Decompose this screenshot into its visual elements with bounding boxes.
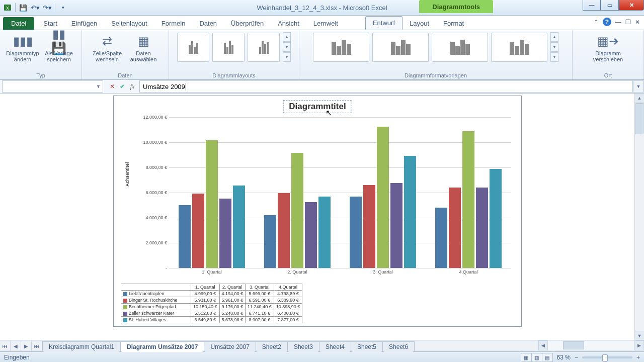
scroll-down-icon[interactable]: ▼ [635, 331, 644, 340]
bar[interactable] [390, 183, 403, 268]
plot-area[interactable]: -2.000,00 €4.000,00 €6.000,00 €8.000,00 … [169, 117, 511, 268]
tab-entwurf[interactable]: Entwurf [365, 16, 403, 30]
bar[interactable] [291, 153, 303, 268]
horizontal-scrollbar[interactable]: ◀ ▶ [538, 340, 644, 350]
bar[interactable] [278, 193, 290, 268]
sheet-tab[interactable]: Sheet3 [287, 341, 319, 352]
worksheet-area[interactable]: Diagrammtitel ↖ Achsentitel -2.000,00 €4… [0, 94, 644, 340]
style-scroll-up[interactable]: ▲ [550, 32, 558, 42]
sheet-tab[interactable]: Sheet4 [319, 341, 351, 352]
sheet-tab[interactable]: Kreisdiagramm Quartal1 [42, 341, 121, 352]
chart-layout-2[interactable] [212, 33, 245, 62]
bar[interactable] [350, 197, 362, 268]
bar[interactable] [318, 197, 331, 268]
tab-ansicht[interactable]: Ansicht [271, 17, 306, 30]
select-data-button[interactable]: ▦Daten auswählen [127, 32, 160, 62]
bar[interactable] [233, 186, 245, 268]
bar-cluster[interactable] [174, 140, 250, 268]
redo-icon[interactable]: ↷▾ [43, 3, 52, 12]
sheet-tab[interactable]: Umsätze 2007 [204, 341, 256, 352]
workbook-restore-icon[interactable]: ❐ [625, 19, 631, 26]
bar[interactable] [435, 208, 447, 268]
name-box[interactable]: ▼ [2, 80, 103, 93]
chart-style-1[interactable] [313, 33, 369, 62]
tab-einfuegen[interactable]: Einfügen [64, 17, 104, 30]
chart-title-editbox[interactable]: Diagrammtitel [283, 100, 351, 113]
bar-cluster[interactable] [260, 153, 335, 268]
qat-customize-icon[interactable]: ▾ [58, 3, 67, 12]
hscroll-thumb[interactable] [563, 341, 584, 349]
tab-start[interactable]: Start [36, 17, 64, 30]
move-chart-button[interactable]: ▦➜Diagramm verschieben [592, 32, 625, 62]
sheet-tab[interactable]: Sheet2 [256, 341, 288, 352]
bar[interactable] [179, 205, 191, 268]
tab-formeln[interactable]: Formeln [154, 17, 193, 30]
minimize-button[interactable]: — [583, 0, 601, 11]
formula-input[interactable]: Umsätze 2009 [139, 80, 633, 93]
zoom-out-icon[interactable]: − [575, 354, 578, 361]
excel-icon[interactable]: X [3, 3, 12, 12]
layout-scroll-up[interactable]: ▲ [283, 32, 291, 42]
scroll-up-icon[interactable]: ▲ [635, 94, 644, 103]
namebox-dropdown-icon[interactable]: ▼ [96, 84, 101, 89]
chart-style-4[interactable] [491, 33, 547, 62]
bar[interactable] [490, 169, 502, 268]
bar[interactable] [404, 156, 416, 268]
bar[interactable] [363, 185, 375, 268]
sheet-nav-prev-icon[interactable]: ◀ [11, 341, 21, 351]
insert-function-icon[interactable]: fx [128, 83, 136, 90]
save-icon[interactable]: 💾 [19, 3, 28, 12]
bar-cluster[interactable] [431, 131, 506, 268]
hscroll-left-icon[interactable]: ◀ [538, 340, 548, 350]
chart-style-3[interactable] [432, 33, 488, 62]
maximize-button[interactable]: ▭ [601, 0, 619, 11]
layout-scroll-down[interactable]: ▼ [283, 42, 291, 52]
hscroll-right-icon[interactable]: ▶ [634, 340, 644, 350]
sheet-nav-first-icon[interactable]: ⏮ [0, 341, 11, 351]
help-icon[interactable]: ? [603, 18, 611, 26]
bar[interactable] [449, 188, 461, 268]
workbook-close-icon[interactable]: ✕ [635, 19, 640, 26]
chart-layout-3[interactable] [248, 33, 280, 62]
bar[interactable] [305, 202, 317, 268]
view-page-layout-icon[interactable]: ▥ [531, 353, 542, 362]
bar[interactable] [264, 215, 276, 268]
sheet-tab[interactable]: Diagramm Umsätze 2007 [120, 341, 204, 352]
sheet-nav-next-icon[interactable]: ▶ [21, 341, 32, 351]
save-as-template-button[interactable]: ▮▮💾Als Vorlage speichern [42, 32, 75, 62]
chart-style-2[interactable] [372, 33, 429, 62]
style-more[interactable]: ▾ [550, 52, 558, 62]
minimize-ribbon-icon[interactable]: ⌃ [594, 19, 599, 26]
change-chart-type-button[interactable]: ▮▮▮Diagrammtyp ändern [6, 32, 39, 62]
tab-file[interactable]: Datei [3, 17, 34, 30]
zoom-in-icon[interactable]: + [636, 354, 640, 361]
view-page-break-icon[interactable]: ▤ [542, 353, 553, 362]
scroll-thumb[interactable] [635, 103, 643, 134]
cancel-edit-icon[interactable]: ✕ [108, 83, 116, 90]
bar[interactable] [192, 194, 204, 268]
sheet-tab[interactable]: Sheet6 [382, 341, 415, 352]
workbook-minimize-icon[interactable]: — [615, 19, 621, 26]
switch-row-column-button[interactable]: ⇄Zeile/Spalte wechseln [91, 32, 124, 62]
close-button[interactable]: ✕ [619, 0, 644, 11]
bar[interactable] [206, 140, 218, 268]
sheet-tab[interactable]: Sheet5 [351, 341, 383, 352]
tab-seitenlayout[interactable]: Seitenlayout [104, 17, 154, 30]
embedded-chart[interactable]: Diagrammtitel ↖ Achsentitel -2.000,00 €4… [113, 96, 522, 327]
formula-bar-expand-icon[interactable]: ▼ [633, 80, 644, 93]
sheet-nav-last-icon[interactable]: ⏭ [32, 341, 42, 351]
bar[interactable] [462, 131, 474, 268]
chart-layout-1[interactable] [177, 33, 209, 62]
bar[interactable] [377, 127, 389, 268]
tab-layout[interactable]: Layout [403, 17, 436, 30]
zoom-level[interactable]: 63 % [557, 354, 571, 361]
tab-daten[interactable]: Daten [192, 17, 224, 30]
tab-ueberpruefen[interactable]: Überprüfen [224, 17, 271, 30]
bar-cluster[interactable] [345, 127, 421, 268]
vertical-scrollbar[interactable]: ▲ ▼ [634, 94, 644, 340]
bar[interactable] [476, 188, 488, 268]
layout-more[interactable]: ▾ [283, 52, 291, 62]
tab-format[interactable]: Format [436, 17, 471, 30]
style-scroll-down[interactable]: ▼ [550, 42, 558, 52]
confirm-edit-icon[interactable]: ✔ [118, 83, 126, 90]
